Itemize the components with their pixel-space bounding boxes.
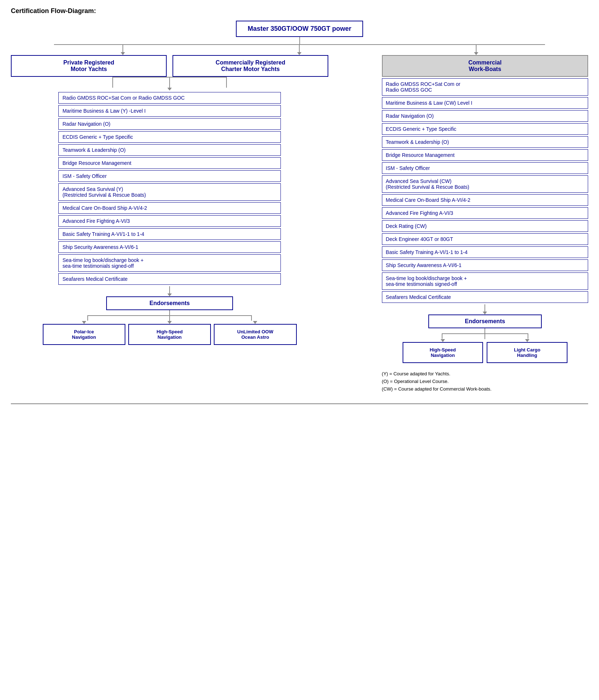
shared-item-7: Advanced Sea Survival (Y) (Restricted Su…	[58, 183, 280, 201]
legend: (Y) = Course adapted for Yachts. (O) = O…	[382, 370, 492, 393]
shared-item-12: Sea-time log book/discharge book + sea-t…	[58, 254, 280, 272]
shared-item-9: Advanced Fire Fighting A-VI/3	[58, 215, 280, 227]
workboat-item-15: Seafarers Medical Certificate	[382, 291, 588, 303]
shared-items-list: Radio GMDSS ROC+Sat Com or Radio GMDSS G…	[58, 92, 280, 286]
workboat-item-3: ECDIS Generic + Type Specific	[382, 123, 588, 135]
master-box: Master 350GT/OOW 750GT power	[236, 21, 363, 37]
endorse-light-cargo: Light CargoHandling	[487, 342, 567, 363]
workboat-header: Commercial Work-Boats	[382, 55, 588, 77]
workboat-item-7: Advanced Sea Survival (CW) (Restricted S…	[382, 175, 588, 193]
shared-item-6: ISM - Safety Officer	[58, 170, 280, 182]
workboat-item-8: Medical Care On-Board Ship A-VI/4-2	[382, 194, 588, 206]
endorsements-right-header: Endorsements	[428, 314, 542, 328]
shared-item-8: Medical Care On-Board Ship A-VI/4-2	[58, 202, 280, 214]
shared-item-0: Radio GMDSS ROC+Sat Com or Radio GMDSS G…	[58, 92, 280, 104]
workboat-item-10: Deck Rating (CW)	[382, 220, 588, 232]
workboat-items-list: Radio GMDSS ROC+Sat Com or Radio GMDSS G…	[382, 78, 588, 304]
workboat-item-4: Teamwork & Leadership (O)	[382, 136, 588, 148]
page-title: Certification Flow-Diagram:	[11, 7, 96, 14]
workboat-item-0: Radio GMDSS ROC+Sat Com or Radio GMDSS G…	[382, 78, 588, 96]
workboat-item-14: Sea-time log book/discharge book + sea-t…	[382, 272, 588, 290]
endorse-unlimited: UnLimited OOWOcean Astro	[214, 324, 296, 345]
charter-header-wrapper: Commercially Registered Charter Motor Ya…	[172, 55, 328, 77]
private-header-wrapper: Private Registered Motor Yachts	[11, 55, 167, 77]
workboat-item-13: Ship Security Awareness A-VI/6-1	[382, 259, 588, 271]
shared-item-2: Radar Navigation (O)	[58, 118, 280, 130]
charter-header: Commercially Registered Charter Motor Ya…	[172, 55, 328, 77]
workboat-item-11: Deck Engineer 40GT or 80GT	[382, 233, 588, 245]
shared-item-10: Basic Safety Training A-VI/1-1 to 1-4	[58, 228, 280, 240]
workboat-item-2: Radar Navigation (O)	[382, 110, 588, 122]
workboat-item-1: Maritime Business & Law (CW) Level I	[382, 97, 588, 109]
shared-item-5: Bridge Resource Management	[58, 157, 280, 169]
workboat-item-12: Basic Safety Training A-VI/1-1 to 1-4	[382, 246, 588, 258]
endorse-highspeed-left: High-SpeedNavigation	[128, 324, 211, 345]
shared-item-13: Seafarers Medical Certificate	[58, 273, 280, 285]
endorse-polar: Polar-IceNavigation	[43, 324, 125, 345]
endorsements-left-header: Endorsements	[106, 296, 233, 310]
workboat-item-6: ISM - Safety Officer	[382, 162, 588, 174]
workboat-item-9: Advanced Fire Fighting A-VI/3	[382, 207, 588, 219]
private-header: Private Registered Motor Yachts	[11, 55, 167, 77]
shared-item-4: Teamwork & Leadership (O)	[58, 144, 280, 156]
endorse-highspeed-right: High-SpeedNavigation	[403, 342, 483, 363]
shared-item-3: ECDIS Generic + Type Specific	[58, 131, 280, 143]
shared-item-1: Maritime Business & Law (Y) -Level I	[58, 105, 280, 117]
workboat-item-5: Bridge Resource Management	[382, 149, 588, 161]
shared-item-11: Ship Security Awareness A-VI/6-1	[58, 241, 280, 253]
